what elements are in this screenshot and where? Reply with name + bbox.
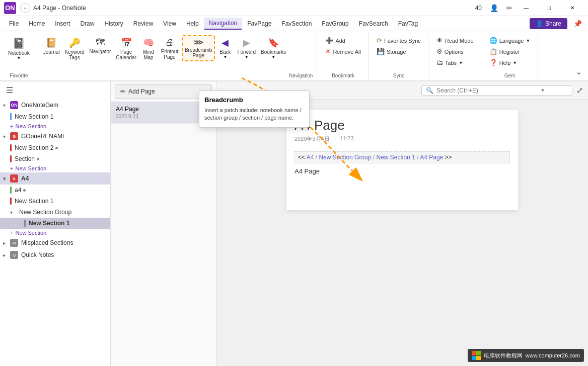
menu-help[interactable]: Help	[181, 18, 204, 29]
chevron-down-icon: ▼	[271, 55, 275, 59]
nav-top: ☰	[0, 81, 110, 99]
menu-favpage[interactable]: FavPage	[242, 18, 276, 29]
menu-home[interactable]: Home	[24, 18, 50, 29]
section-section-go[interactable]: Section	[0, 153, 110, 164]
section-color-line	[10, 187, 12, 194]
note-date: 2020年3月4日	[295, 135, 330, 143]
breadcrumb-section: << A4 / New Section Group / New Section …	[295, 149, 510, 163]
notebook-misplaced[interactable]: ▸ M Misplaced Sections	[0, 237, 110, 249]
ribbon-group-bookmark: ➕ Add ✕ Remove All Bookmark	[318, 33, 369, 80]
add-section-go[interactable]: + New Section	[0, 164, 110, 172]
notebook-gonerename-icon: G	[10, 132, 18, 140]
menu-navigation[interactable]: Navigation	[204, 18, 243, 30]
ribbon-favorites-sync-btn[interactable]: ⟳ Favorites Sync	[374, 35, 424, 46]
ribbon-breadcrumb-btn[interactable]: ⋙ BreadcrumbPage	[182, 35, 215, 61]
chevron-down-icon: ▼	[245, 55, 249, 59]
menu-history[interactable]: History	[99, 18, 128, 29]
ribbon-back-btn[interactable]: ◀ Back ▼	[216, 35, 234, 61]
section-group-new-section-group[interactable]: ▾ New Section Group	[0, 207, 110, 218]
ribbon-help-btn[interactable]: ❓ Help ▼	[486, 57, 521, 68]
ribbon-keyword-tags-btn[interactable]: 🔑 KeywordTags	[63, 35, 87, 62]
account-icon[interactable]: 👤	[488, 3, 500, 13]
menu-bar: File Home Insert Draw History Review Vie…	[0, 16, 588, 31]
search-bar[interactable]: 🔍 ▼	[421, 85, 572, 96]
search-input[interactable]	[436, 87, 537, 94]
ribbon-bookmarks-btn[interactable]: 🔖 Bookmarks ▼	[259, 35, 288, 61]
tooltip-body: Insert a patch include: notebook name / …	[204, 107, 304, 122]
ribbon-journal-btn[interactable]: 📔 Journal	[41, 35, 62, 57]
menu-favtag[interactable]: FavTag	[393, 18, 423, 29]
plus-icon: +	[10, 123, 13, 129]
breadcrumb-a4-link[interactable]: A4	[307, 154, 314, 161]
ribbon-options-btn[interactable]: ⚙ Options	[433, 46, 467, 57]
breadcrumb-section1-link[interactable]: New Section 1	[376, 154, 415, 161]
bookmarks-icon: 🔖	[268, 37, 279, 48]
favorites-sync-icon: ⟳	[377, 37, 382, 44]
back-button[interactable]: ←	[20, 3, 30, 13]
section-new-section-2-go[interactable]: New Section 2	[0, 142, 110, 153]
notebook-gonerename-label: GOoneRENAME	[21, 133, 66, 140]
ribbon-storage-btn[interactable]: 💾 Storage	[374, 46, 409, 57]
note-time: 11:23	[340, 135, 354, 143]
nav-sidebar: ☰ ▾ ON OneNoteGem New Section 1 + New Se…	[0, 81, 111, 366]
menu-file[interactable]: File	[4, 18, 24, 29]
close-button[interactable]: ✕	[561, 0, 584, 16]
section-label: New Section 1	[29, 220, 69, 227]
ribbon-register-btn[interactable]: 📋 Register	[486, 46, 523, 57]
ribbon-add-bookmark-btn[interactable]: ➕ Add	[322, 35, 348, 46]
chevron-down-icon: ▼	[540, 87, 545, 93]
menu-insert[interactable]: Insert	[50, 18, 75, 29]
ribbon-tabs-btn[interactable]: 🗂 Tabs ▼	[433, 57, 466, 68]
ribbon-forward-btn[interactable]: ▶ Forward ▼	[235, 35, 258, 61]
pen-icon[interactable]: ✏	[504, 3, 514, 13]
expand-content-icon[interactable]: ⤢	[576, 85, 583, 95]
notebook-quicknotes[interactable]: ▸ Q Quick Notes	[0, 249, 110, 261]
add-section-a4[interactable]: + New Section	[0, 229, 110, 237]
app-logo: ON	[4, 2, 16, 14]
share-button[interactable]: 👤 Share	[530, 18, 567, 29]
pin-icon[interactable]: 📌	[571, 19, 584, 29]
ribbon-notebook-btn[interactable]: 📓 Notebook ▼	[6, 35, 32, 62]
menu-favgroup[interactable]: FavGroup	[317, 18, 353, 29]
menu-favsearch[interactable]: FavSearch	[354, 18, 393, 29]
section-new-section-1-a4[interactable]: New Section 1	[0, 196, 110, 207]
add-page-button[interactable]: ✏ Add Page	[115, 84, 212, 99]
breadcrumb-section-group-link[interactable]: New Section Group	[319, 154, 371, 161]
menu-draw[interactable]: Draw	[75, 18, 99, 29]
ribbon-navigator-btn[interactable]: 🗺 Navigator	[88, 35, 113, 56]
chevron-down-icon: ▾	[3, 103, 10, 108]
add-section-gem[interactable]: + New Section	[0, 122, 110, 130]
watermark-label: 电脑软件教程网	[484, 352, 523, 359]
resize-handle[interactable]	[297, 148, 299, 162]
menu-review[interactable]: Review	[128, 18, 158, 29]
maximize-button[interactable]: □	[538, 0, 561, 16]
notebook-a4[interactable]: ▾ A A4	[0, 172, 110, 185]
breadcrumb-page-link[interactable]: A4 Page	[420, 154, 443, 161]
ribbon-read-mode-btn[interactable]: 👁 Read Mode	[433, 35, 477, 46]
ribbon-remove-all-btn[interactable]: ✕ Remove All	[322, 46, 364, 57]
add-section-label: New Section	[15, 165, 46, 171]
ribbon-printout-page-btn[interactable]: 🖨 PrintoutPage	[159, 35, 181, 62]
add-section-label: New Section	[15, 123, 46, 129]
menu-view[interactable]: View	[158, 18, 181, 29]
ribbon-language-btn[interactable]: 🌐 Language ▼	[486, 35, 534, 46]
notebook-quicknotes-label: Quick Notes	[21, 251, 54, 258]
section-new-section-1-gem[interactable]: New Section 1	[0, 111, 110, 122]
notebook-onenotegem[interactable]: ▾ ON OneNoteGem	[0, 99, 110, 111]
minimize-button[interactable]: —	[514, 0, 538, 16]
menu-favsection[interactable]: FavSection	[276, 18, 317, 29]
ribbon: 📓 Notebook ▼ Favorite 📔 Journal 🔑 Keywor…	[0, 31, 588, 81]
section-color-line	[10, 144, 12, 151]
nav-tree: ▾ ON OneNoteGem New Section 1 + New Sect…	[0, 99, 110, 366]
hamburger-icon[interactable]: ☰	[4, 84, 15, 96]
notebook-gonerename[interactable]: ▾ G GOoneRENAME	[0, 130, 110, 142]
add-page-icon: ✏	[120, 88, 125, 95]
section-new-section-1-selected[interactable]: New Section 1	[0, 218, 110, 229]
ribbon-page-calendar-btn[interactable]: 📅 PageCalendar	[114, 35, 138, 62]
section-a4-a4[interactable]: a4	[0, 185, 110, 196]
section-color-line	[10, 198, 12, 205]
favorite-group-label: Favorite	[10, 73, 28, 78]
page-body: A4 Page	[295, 167, 510, 175]
ribbon-expand-btn[interactable]: ⌄	[571, 65, 586, 78]
ribbon-mind-map-btn[interactable]: 🧠 MindMap	[139, 35, 158, 62]
